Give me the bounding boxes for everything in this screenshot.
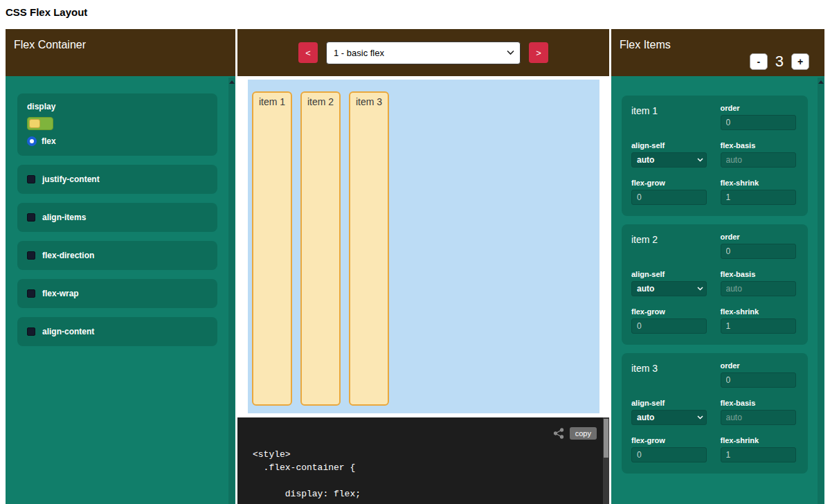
order-field: order [721,361,799,388]
align-items-label: align-items [42,213,86,222]
flex-radio[interactable] [27,136,37,146]
right-panel-scrollbar[interactable] [818,78,824,504]
align-self-field: align-self auto [631,270,710,296]
flex-container-panel: Flex Container display flex justify-cont… [6,29,235,504]
flex-grow-label: flex-grow [631,307,710,316]
flex-basis-field: flex-basis [721,141,799,168]
flex-preview-container: item 1 item 2 item 3 [248,80,599,413]
justify-content-checkbox[interactable] [27,175,35,183]
option-flex-direction: flex-direction [17,241,217,270]
item-card: item 2 order align-self auto flex-basis [622,224,808,345]
align-items-checkbox[interactable] [27,213,35,222]
preview-item: item 3 [349,91,389,406]
item-card: item 3 order align-self auto flex-basis [622,353,808,474]
flex-items-title: Flex Items [620,39,671,51]
align-self-select[interactable]: auto [631,152,707,168]
align-self-label: align-self [631,399,710,407]
flex-container-title: Flex Container [14,39,86,51]
align-self-select[interactable]: auto [631,281,707,296]
flex-grow-input[interactable] [631,318,707,334]
align-self-select-wrap: auto [631,152,710,168]
display-toggle[interactable] [27,117,53,130]
display-option-group: display flex [17,93,217,156]
code-line: display: flex; [253,487,609,501]
justify-content-label: justify-content [42,174,100,184]
code-toolbar: copy [553,427,597,440]
code-line [253,474,609,487]
flex-grow-field: flex-grow [631,307,710,334]
flex-wrap-checkbox[interactable] [27,289,35,298]
remove-item-button[interactable]: - [750,53,768,70]
flex-basis-input[interactable] [721,410,796,425]
flex-items-body: item 1 order align-self auto flex-basis [611,76,824,504]
left-panel-scrollbar[interactable] [228,78,235,504]
flex-shrink-label: flex-shrink [721,179,799,187]
flex-items-panel-header: Flex Items - 3 + [611,29,824,76]
order-field: order [721,233,799,259]
code-line: <style> [253,448,609,461]
flex-basis-field: flex-basis [721,399,799,425]
flex-wrap-label: flex-wrap [42,289,79,298]
next-example-button[interactable]: > [529,42,548,63]
align-self-select-wrap: auto [631,410,710,425]
flex-grow-label: flex-grow [631,179,710,187]
flex-basis-label: flex-basis [721,141,799,150]
prev-example-button[interactable]: < [298,42,318,63]
option-flex-wrap: flex-wrap [17,279,217,308]
flex-shrink-input[interactable] [721,318,796,334]
flex-radio-label: flex [42,136,56,146]
align-self-select-wrap: auto [631,281,710,296]
display-label: display [27,102,208,111]
flex-container-panel-header: Flex Container [6,29,235,76]
item-card-title: item 1 [631,104,710,130]
add-item-button[interactable]: + [791,53,809,70]
order-input[interactable] [721,244,796,259]
align-self-field: align-self auto [631,141,710,168]
flex-grow-input[interactable] [631,447,707,462]
order-input[interactable] [721,115,796,130]
flex-container-body: display flex justify-content align-items… [6,76,235,504]
align-self-select[interactable]: auto [631,410,707,425]
flex-direction-checkbox[interactable] [27,251,35,260]
copy-button[interactable]: copy [570,427,597,440]
scroll-up-arrow-icon[interactable] [229,80,235,84]
option-align-content: align-content [17,317,217,346]
flex-shrink-label: flex-shrink [721,436,799,444]
flex-grow-label: flex-grow [631,436,710,444]
flex-basis-field: flex-basis [721,270,799,296]
order-field: order [721,104,799,130]
flex-basis-label: flex-basis [721,399,799,407]
flex-shrink-field: flex-shrink [721,307,799,334]
option-justify-content: justify-content [17,165,217,194]
code-scrollbar[interactable] [603,417,609,504]
page-title: CSS Flex Layout [6,6,87,18]
align-content-checkbox[interactable] [27,327,35,336]
order-label: order [721,233,799,241]
flex-shrink-field: flex-shrink [721,436,799,462]
flex-shrink-field: flex-shrink [721,179,799,205]
code-panel: copy <style> .flex-container { display: … [237,417,609,504]
item-card-title: item 3 [631,361,710,388]
order-input[interactable] [721,372,796,388]
flex-grow-field: flex-grow [631,179,710,205]
share-icon[interactable] [553,428,564,439]
example-toolbar: < 1 - basic flex > [237,29,609,76]
example-select-wrap: 1 - basic flex [326,42,521,64]
align-self-field: align-self auto [631,399,710,425]
flex-basis-input[interactable] [721,152,796,168]
code-scrollbar-thumb[interactable] [604,419,608,458]
item-card: item 1 order align-self auto flex-basis [622,96,808,216]
item-count-controls: - 3 + [750,53,809,71]
scroll-up-arrow-icon[interactable] [818,80,824,84]
flex-shrink-input[interactable] [721,190,796,205]
flex-basis-input[interactable] [721,281,796,296]
flex-direction-label: flex-direction [42,251,94,260]
example-select[interactable]: 1 - basic flex [326,42,521,64]
align-content-label: align-content [42,327,94,336]
flex-grow-input[interactable] [631,190,707,205]
flex-basis-label: flex-basis [721,270,799,278]
item-count: 3 [775,53,784,71]
preview-item: item 1 [252,91,292,406]
flex-shrink-input[interactable] [721,447,796,462]
flex-grow-field: flex-grow [631,436,710,462]
